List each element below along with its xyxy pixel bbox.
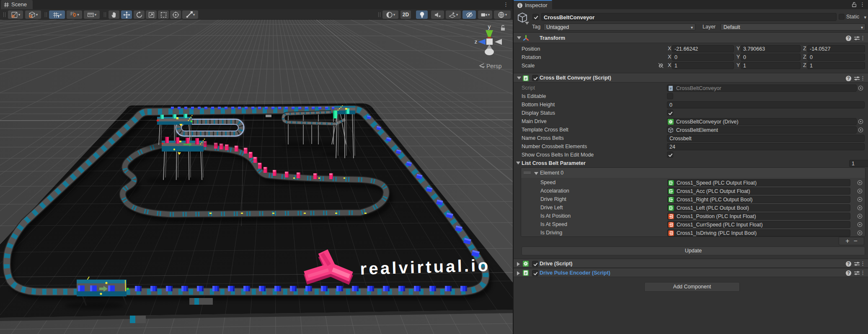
svg-text:realvirtual.io: realvirtual.io (360, 256, 491, 278)
svg-text:Persp: Persp (486, 63, 502, 69)
svg-text:?: ? (847, 271, 850, 275)
svg-text:#: # (670, 87, 672, 90)
svg-text:Y: Y (57, 14, 59, 18)
svg-text:?: ? (847, 76, 850, 81)
svg-text:z: z (475, 39, 478, 45)
svg-text:#: # (524, 76, 527, 80)
svg-text:y: y (488, 23, 491, 30)
svg-text:#: # (524, 271, 527, 275)
svg-text:?: ? (847, 262, 850, 266)
svg-text:?: ? (847, 36, 850, 41)
